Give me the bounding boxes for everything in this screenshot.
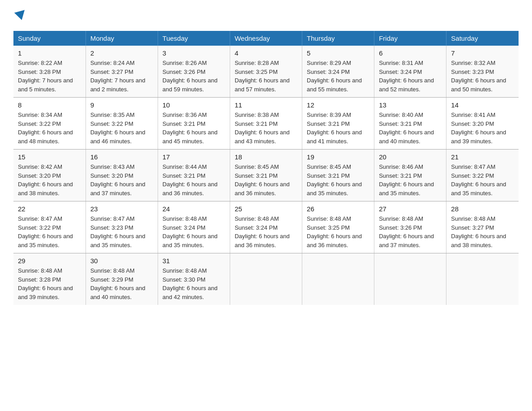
daylight-text: Daylight: 6 hours and — [90, 129, 146, 136]
day-info: Sunrise: 8:32 AMSunset: 3:23 PMDaylight:… — [451, 59, 514, 94]
sunrise-text: Sunrise: 8:45 AM — [235, 163, 279, 170]
daylight-minutes-text: and 35 minutes. — [18, 242, 60, 248]
header-thursday: Thursday — [302, 31, 374, 46]
calendar-day-cell: 31Sunrise: 8:48 AMSunset: 3:30 PMDayligh… — [158, 253, 230, 305]
calendar-day-cell: 9Sunrise: 8:35 AMSunset: 3:22 PMDaylight… — [86, 98, 158, 150]
day-info: Sunrise: 8:41 AMSunset: 3:20 PMDaylight:… — [451, 111, 514, 146]
sunset-text: Sunset: 3:20 PM — [18, 172, 61, 179]
sunrise-text: Sunrise: 8:47 AM — [451, 163, 495, 170]
sunrise-text: Sunrise: 8:35 AM — [90, 111, 135, 118]
calendar-day-cell: 6Sunrise: 8:31 AMSunset: 3:24 PMDaylight… — [374, 46, 446, 98]
daylight-text: Daylight: 6 hours and — [163, 181, 218, 188]
day-info: Sunrise: 8:29 AMSunset: 3:24 PMDaylight:… — [307, 59, 369, 94]
calendar-week-row: 8Sunrise: 8:34 AMSunset: 3:22 PMDaylight… — [13, 98, 519, 150]
sunset-text: Sunset: 3:20 PM — [90, 172, 133, 179]
daylight-minutes-text: and 52 minutes. — [379, 86, 420, 93]
sunset-text: Sunset: 3:21 PM — [379, 120, 422, 127]
daylight-minutes-text: and 2 minutes. — [90, 86, 129, 93]
sunset-text: Sunset: 3:23 PM — [90, 224, 133, 231]
day-number: 4 — [235, 49, 297, 57]
calendar-day-cell: 13Sunrise: 8:40 AMSunset: 3:21 PMDayligh… — [374, 98, 446, 150]
day-number: 30 — [90, 257, 153, 265]
day-info: Sunrise: 8:36 AMSunset: 3:21 PMDaylight:… — [163, 111, 225, 146]
calendar-week-row: 1Sunrise: 8:22 AMSunset: 3:28 PMDaylight… — [13, 46, 519, 98]
calendar-week-row: 29Sunrise: 8:48 AMSunset: 3:28 PMDayligh… — [13, 253, 519, 305]
sunrise-text: Sunrise: 8:31 AM — [379, 60, 423, 66]
sunrise-text: Sunrise: 8:46 AM — [379, 163, 423, 170]
sunset-text: Sunset: 3:20 PM — [451, 120, 494, 127]
sunset-text: Sunset: 3:26 PM — [163, 68, 206, 75]
sunrise-text: Sunrise: 8:48 AM — [379, 215, 423, 222]
sunset-text: Sunset: 3:21 PM — [163, 172, 206, 179]
calendar-day-cell: 24Sunrise: 8:48 AMSunset: 3:24 PMDayligh… — [158, 201, 230, 253]
daylight-minutes-text: and 59 minutes. — [163, 86, 204, 93]
daylight-minutes-text: and 36 minutes. — [235, 242, 276, 248]
sunrise-text: Sunrise: 8:42 AM — [18, 163, 62, 170]
day-number: 16 — [90, 153, 153, 161]
day-number: 10 — [163, 101, 225, 109]
sunrise-text: Sunrise: 8:39 AM — [307, 111, 351, 118]
day-info: Sunrise: 8:45 AMSunset: 3:21 PMDaylight:… — [307, 163, 369, 197]
calendar-day-cell: 7Sunrise: 8:32 AMSunset: 3:23 PMDaylight… — [446, 46, 519, 98]
daylight-minutes-text: and 50 minutes. — [451, 86, 493, 93]
daylight-minutes-text: and 40 minutes. — [90, 294, 132, 300]
day-info: Sunrise: 8:48 AMSunset: 3:28 PMDaylight:… — [18, 266, 81, 301]
daylight-text: Daylight: 6 hours and — [18, 129, 73, 136]
day-info: Sunrise: 8:48 AMSunset: 3:25 PMDaylight:… — [307, 214, 369, 249]
day-number: 11 — [235, 101, 297, 109]
day-number: 22 — [18, 205, 81, 213]
day-info: Sunrise: 8:39 AMSunset: 3:21 PMDaylight:… — [307, 111, 369, 146]
sunset-text: Sunset: 3:21 PM — [307, 172, 350, 179]
header-monday: Monday — [86, 31, 158, 46]
sunrise-text: Sunrise: 8:47 AM — [18, 215, 62, 222]
header-saturday: Saturday — [446, 31, 519, 46]
day-number: 1 — [18, 49, 81, 57]
day-info: Sunrise: 8:28 AMSunset: 3:25 PMDaylight:… — [235, 59, 297, 94]
daylight-text: Daylight: 6 hours and — [163, 77, 218, 84]
calendar-day-cell: 26Sunrise: 8:48 AMSunset: 3:25 PMDayligh… — [302, 201, 374, 253]
calendar-day-cell: 19Sunrise: 8:45 AMSunset: 3:21 PMDayligh… — [302, 150, 374, 201]
day-info: Sunrise: 8:31 AMSunset: 3:24 PMDaylight:… — [379, 59, 442, 94]
sunset-text: Sunset: 3:26 PM — [379, 224, 422, 231]
day-number: 21 — [451, 153, 514, 161]
day-number: 3 — [163, 49, 225, 57]
daylight-text: Daylight: 6 hours and — [18, 233, 73, 240]
daylight-minutes-text: and 37 minutes. — [90, 190, 132, 197]
day-info: Sunrise: 8:48 AMSunset: 3:26 PMDaylight:… — [379, 214, 442, 249]
calendar-day-cell: 27Sunrise: 8:48 AMSunset: 3:26 PMDayligh… — [374, 201, 446, 253]
calendar-day-cell: 3Sunrise: 8:26 AMSunset: 3:26 PMDaylight… — [158, 46, 230, 98]
day-info: Sunrise: 8:40 AMSunset: 3:21 PMDaylight:… — [379, 111, 442, 146]
sunset-text: Sunset: 3:28 PM — [18, 276, 61, 283]
day-info: Sunrise: 8:48 AMSunset: 3:30 PMDaylight:… — [163, 266, 225, 301]
day-number: 19 — [307, 153, 369, 161]
daylight-minutes-text: and 35 minutes. — [379, 190, 420, 197]
calendar-day-cell — [446, 253, 519, 305]
day-number: 2 — [90, 49, 153, 57]
header-wednesday: Wednesday — [230, 31, 302, 46]
calendar-day-cell — [374, 253, 446, 305]
daylight-text: Daylight: 6 hours and — [90, 233, 146, 240]
day-info: Sunrise: 8:47 AMSunset: 3:22 PMDaylight:… — [451, 163, 514, 197]
calendar-day-cell: 23Sunrise: 8:47 AMSunset: 3:23 PMDayligh… — [86, 201, 158, 253]
day-info: Sunrise: 8:24 AMSunset: 3:27 PMDaylight:… — [90, 59, 153, 94]
day-number: 9 — [90, 101, 153, 109]
calendar-week-row: 15Sunrise: 8:42 AMSunset: 3:20 PMDayligh… — [13, 150, 519, 201]
calendar-day-cell: 28Sunrise: 8:48 AMSunset: 3:27 PMDayligh… — [446, 201, 519, 253]
daylight-text: Daylight: 7 hours and — [18, 77, 73, 84]
daylight-minutes-text: and 40 minutes. — [379, 138, 420, 145]
sunset-text: Sunset: 3:24 PM — [379, 68, 422, 75]
daylight-text: Daylight: 6 hours and — [90, 285, 146, 291]
sunset-text: Sunset: 3:24 PM — [163, 224, 206, 231]
day-number: 31 — [163, 257, 225, 265]
day-info: Sunrise: 8:42 AMSunset: 3:20 PMDaylight:… — [18, 163, 81, 197]
day-number: 13 — [379, 101, 442, 109]
sunset-text: Sunset: 3:21 PM — [235, 120, 278, 127]
daylight-text: Daylight: 7 hours and — [90, 77, 146, 84]
sunrise-text: Sunrise: 8:34 AM — [18, 111, 62, 118]
daylight-minutes-text: and 36 minutes. — [163, 190, 204, 197]
day-info: Sunrise: 8:34 AMSunset: 3:22 PMDaylight:… — [18, 111, 81, 146]
day-number: 29 — [18, 257, 81, 265]
daylight-minutes-text: and 55 minutes. — [307, 86, 348, 93]
daylight-text: Daylight: 6 hours and — [379, 181, 434, 188]
sunrise-text: Sunrise: 8:47 AM — [90, 215, 135, 222]
